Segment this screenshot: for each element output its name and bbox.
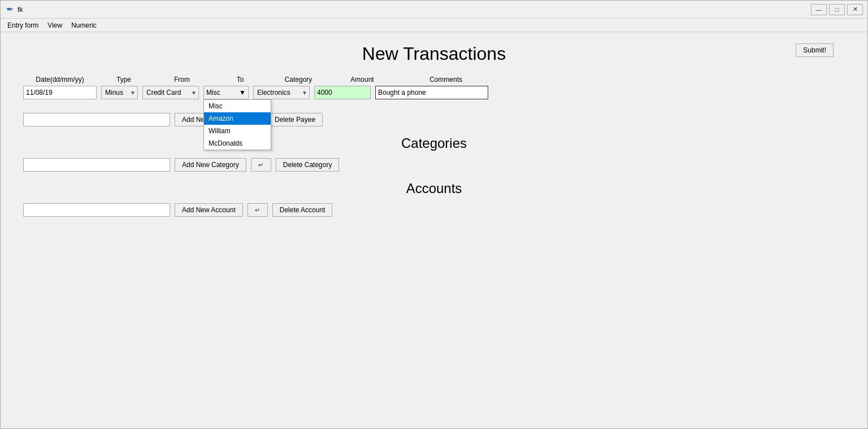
window-controls: — □ ✕	[811, 4, 863, 15]
delete-account-button[interactable]: Delete Account	[272, 203, 333, 217]
submit-row: Submit!	[796, 43, 834, 57]
header-to: To	[218, 76, 263, 84]
type-dropdown-wrapper: Minus Plus ▼	[101, 86, 138, 99]
to-dropdown-wrapper: Misc ▼ Misc Amazon William McDonalds	[203, 86, 249, 99]
date-input[interactable]	[23, 86, 97, 99]
type-select[interactable]: Minus Plus	[101, 86, 138, 99]
content-area: Submit! New Transactions Date(dd/mm/yy) …	[1, 32, 867, 428]
categories-section: Categories Add New Category ↵ Delete Cat…	[23, 135, 845, 172]
account-enter-button[interactable]: ↵	[248, 203, 268, 217]
to-option-misc[interactable]: Misc	[204, 100, 271, 112]
main-window: ✒ tk — □ ✕ Entry form View Numeric Submi…	[0, 0, 868, 429]
header-comments: Comments	[395, 76, 497, 84]
payees-row: Add New Payee ↵ Delete Payee	[23, 113, 845, 126]
minimize-button[interactable]: —	[811, 4, 827, 15]
header-amount: Amount	[334, 76, 390, 84]
to-dropdown-arrow-icon: ▼	[239, 89, 246, 97]
category-select[interactable]: Electronics Food Transport	[253, 86, 310, 99]
comments-input[interactable]	[375, 86, 488, 99]
category-enter-button[interactable]: ↵	[251, 158, 271, 172]
to-option-mcdonalds[interactable]: McDonalds	[204, 137, 271, 150]
delete-category-button[interactable]: Delete Category	[276, 158, 340, 172]
add-account-button[interactable]: Add New Account	[175, 203, 243, 217]
to-dropdown-popup: Misc Amazon William McDonalds	[203, 99, 271, 150]
header-category: Category	[267, 76, 329, 84]
payee-input[interactable]	[23, 113, 170, 126]
window-title: tk	[18, 6, 811, 14]
accounts-section: Accounts Add New Account ↵ Delete Accoun…	[23, 181, 845, 217]
page-title: New Transactions	[23, 43, 845, 64]
from-dropdown-wrapper: Credit Card Cash Bank ▼	[142, 86, 199, 99]
amount-input[interactable]	[314, 86, 371, 99]
to-selected-label: Misc	[206, 89, 220, 97]
app-icon: ✒	[5, 5, 14, 14]
categories-row: Add New Category ↵ Delete Category	[23, 158, 845, 172]
add-category-button[interactable]: Add New Category	[175, 158, 246, 172]
maximize-button[interactable]: □	[829, 4, 845, 15]
submit-button[interactable]: Submit!	[796, 43, 834, 57]
header-type: Type	[101, 76, 146, 84]
close-button[interactable]: ✕	[847, 4, 863, 15]
category-dropdown-wrapper: Electronics Food Transport ▼	[253, 86, 310, 99]
delete-payee-button[interactable]: Delete Payee	[267, 113, 323, 126]
accounts-row: Add New Account ↵ Delete Account	[23, 203, 845, 217]
categories-title: Categories	[23, 135, 845, 151]
menu-view[interactable]: View	[43, 20, 67, 30]
title-bar: ✒ tk — □ ✕	[1, 1, 867, 19]
transaction-form-row: Minus Plus ▼ Credit Card Cash Bank ▼ Mis…	[23, 86, 845, 99]
to-option-amazon[interactable]: Amazon	[204, 112, 271, 125]
payees-section: Add New Payee ↵ Delete Payee	[23, 113, 845, 126]
category-input[interactable]	[23, 158, 170, 172]
account-input[interactable]	[23, 203, 170, 217]
to-select-display[interactable]: Misc ▼	[203, 86, 249, 99]
from-select[interactable]: Credit Card Cash Bank	[142, 86, 199, 99]
header-date: Date(dd/mm/yy)	[23, 76, 97, 84]
to-option-william[interactable]: William	[204, 125, 271, 137]
form-headers: Date(dd/mm/yy) Type From To Category Amo…	[23, 76, 845, 84]
header-from: From	[151, 76, 213, 84]
menu-bar: Entry form View Numeric	[1, 19, 867, 32]
menu-entry-form[interactable]: Entry form	[3, 20, 43, 30]
menu-numeric[interactable]: Numeric	[67, 20, 101, 30]
accounts-title: Accounts	[23, 181, 845, 196]
